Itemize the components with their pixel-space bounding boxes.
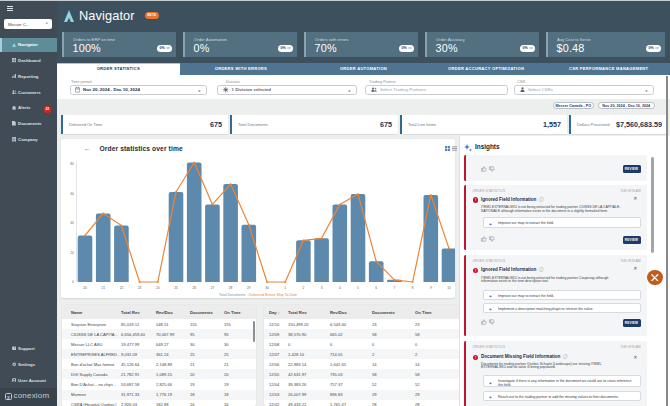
svg-text:?: ? — [13, 346, 15, 350]
svg-text:7: 7 — [394, 286, 396, 290]
svg-text:23: 23 — [138, 286, 142, 290]
svg-text:28: 28 — [229, 286, 233, 290]
svg-text:3: 3 — [321, 286, 323, 290]
svg-text:22: 22 — [120, 286, 124, 290]
svg-text:Total Documents - Delivered Be: Total Documents - Delivered Before Ship … — [219, 293, 297, 297]
svg-text:60: 60 — [70, 192, 74, 196]
svg-text:8: 8 — [412, 286, 414, 290]
svg-text:1: 1 — [284, 286, 286, 290]
svg-text:80: 80 — [70, 162, 74, 166]
svg-text:40: 40 — [70, 221, 74, 225]
svg-text:6: 6 — [375, 286, 377, 290]
svg-text:21: 21 — [101, 286, 105, 290]
svg-text:4: 4 — [339, 286, 341, 290]
svg-text:27: 27 — [211, 286, 215, 290]
svg-text:20: 20 — [83, 286, 87, 290]
svg-text:24: 24 — [156, 286, 160, 290]
svg-text:5: 5 — [357, 286, 359, 290]
svg-text:9: 9 — [430, 286, 432, 290]
svg-text:26: 26 — [192, 286, 196, 290]
svg-text:10: 10 — [447, 286, 451, 290]
svg-text:25: 25 — [174, 286, 178, 290]
svg-text:2: 2 — [303, 286, 305, 290]
svg-text:29: 29 — [247, 286, 251, 290]
svg-text:20: 20 — [70, 251, 74, 255]
svg-text:30: 30 — [265, 286, 269, 290]
svg-text:0: 0 — [72, 280, 74, 284]
